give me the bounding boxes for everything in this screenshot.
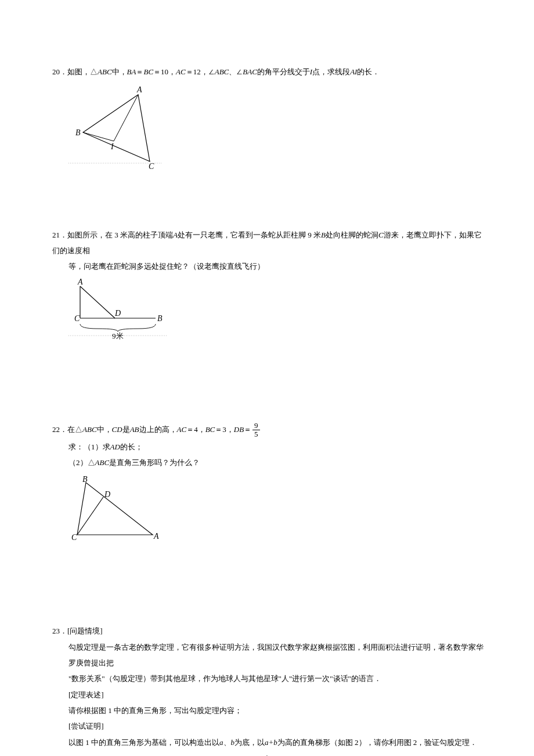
problem-22-text: 22．在△ABC中，CD是AB边上的高，AC＝4，BC＝3，DB＝95 xyxy=(52,422,485,439)
label-I: I xyxy=(110,142,114,151)
problem-22-q1: 求：（1）求AD的长； xyxy=(52,439,485,455)
problem-21-text: 21．如图所示，在 3 米高的柱子顶端A处有一只老鹰，它看到一条蛇从距柱脚 9 … xyxy=(52,227,485,259)
problem-23-para1b: "数形关系"（勾股定理）带到其他星球，作为地球人与其他星球"人"进行第一次"谈话… xyxy=(52,671,485,686)
label-A: A xyxy=(136,85,142,94)
problem-23-para2: 请你根据图 1 中的直角三角形，写出勾股定理内容； xyxy=(52,703,485,718)
problem-number: 23． xyxy=(52,627,67,635)
svg-marker-8 xyxy=(77,483,153,535)
problem-23-h1: 23．[问题情境] xyxy=(52,623,485,639)
fraction-9-5: 95 xyxy=(252,422,260,439)
label-A: A xyxy=(77,278,83,286)
figure-20: A B C I xyxy=(68,83,485,175)
svg-line-3 xyxy=(114,95,138,141)
problem-23-h3: [尝试证明] xyxy=(52,718,485,734)
label-D: D xyxy=(114,309,121,318)
problem-23-para1: 勾股定理是一条古老的数学定理，它有很多种证明方法，我国汉代数学家赵爽根据弦图，利… xyxy=(52,639,485,671)
problem-21-text-line2: 等，问老鹰在距蛇洞多远处捉住蛇？（设老鹰按直线飞行） xyxy=(52,258,485,274)
label-9m: 9米 xyxy=(112,332,124,340)
figure-21: A C B D 9米 xyxy=(68,278,485,347)
label-C: C xyxy=(149,162,154,170)
problem-20-text: 20．如图，△ABC中，BA＝BC＝10，AC＝12，∠ABC、∠BAC的角平分… xyxy=(52,64,485,80)
problem-23-h2: [定理表述] xyxy=(52,687,485,703)
svg-line-9 xyxy=(77,497,103,535)
label-D: D xyxy=(104,490,110,499)
label-C: C xyxy=(71,533,77,542)
problem-number: 22． xyxy=(52,425,67,434)
problem-21: 21．如图所示，在 3 米高的柱子顶端A处有一只老鹰，它看到一条蛇从距柱脚 9 … xyxy=(52,227,485,347)
figure-23: b c a 图1 b c c a a b 图2 xyxy=(64,750,485,756)
problem-23: 23．[问题情境] 勾股定理是一条古老的数学定理，它有很多种证明方法，我国汉代数… xyxy=(52,623,485,756)
label-C: C xyxy=(74,314,80,323)
svg-line-7 xyxy=(80,286,115,318)
svg-marker-1 xyxy=(83,95,150,161)
problem-number: 20． xyxy=(52,67,67,76)
problem-23-para3: 以图 1 中的直角三角形为基础，可以构造出以a、b为底，以a+b为高的直角梯形（… xyxy=(52,735,485,750)
problem-number: 21． xyxy=(52,231,67,239)
problem-22-q2: （2）△ABC是直角三角形吗？为什么？ xyxy=(52,455,485,470)
svg-line-2 xyxy=(83,132,114,141)
label-B: B xyxy=(75,128,81,137)
figure-23-2: b c c a a b 图2 xyxy=(163,750,279,756)
label-A: A xyxy=(153,532,159,541)
figure-22: B D C A xyxy=(68,474,485,549)
problem-20: 20．如图，△ABC中，BA＝BC＝10，AC＝12，∠ABC、∠BAC的角平分… xyxy=(52,64,485,176)
problem-22: 22．在△ABC中，CD是AB边上的高，AC＝4，BC＝3，DB＝95 求：（1… xyxy=(52,422,485,549)
label-B: B xyxy=(157,314,163,323)
label-B: B xyxy=(82,475,88,484)
